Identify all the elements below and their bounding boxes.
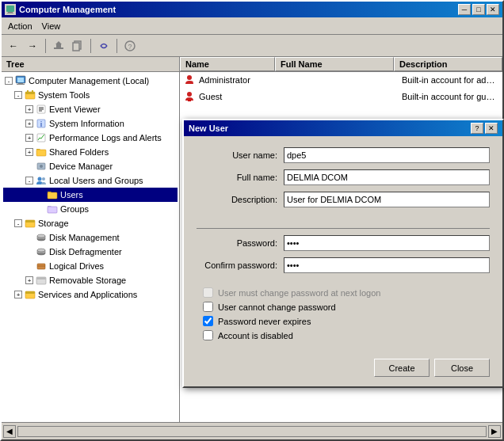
- col-description[interactable]: Description: [394, 57, 502, 71]
- dialog-close-button[interactable]: ✕: [485, 123, 498, 134]
- maximize-button[interactable]: □: [472, 4, 485, 15]
- expand-perf-logs[interactable]: +: [25, 134, 33, 142]
- expand-system-info[interactable]: +: [25, 120, 33, 127]
- tree-label-logical-drives: Logical Drives: [49, 261, 104, 271]
- minimize-button[interactable]: ─: [458, 4, 471, 15]
- window-title: Computer Management: [19, 5, 116, 14]
- expand-services-apps[interactable]: +: [14, 291, 22, 298]
- tree-item-logical-drives[interactable]: Logical Drives: [3, 259, 178, 273]
- dialog-close-action-button[interactable]: Close: [434, 359, 490, 377]
- list-row[interactable]: Administrator Built-in account for admin…: [180, 72, 502, 89]
- cannot-change-checkbox[interactable]: [203, 302, 213, 312]
- confirm-password-input[interactable]: [284, 257, 490, 273]
- scroll-right-button[interactable]: ▶: [488, 425, 501, 438]
- expand-storage[interactable]: -: [14, 219, 22, 227]
- dialog-title-buttons: ? ✕: [471, 123, 498, 134]
- svg-rect-0: [6, 6, 14, 12]
- tree-item-event-viewer[interactable]: + Event Viewer: [3, 102, 178, 116]
- expand-removable-storage[interactable]: +: [25, 276, 33, 284]
- expand-shared-folders[interactable]: +: [25, 148, 33, 156]
- tree-item-disk-management[interactable]: Disk Management: [3, 230, 178, 245]
- description-input[interactable]: [284, 192, 490, 207]
- up-button[interactable]: [50, 37, 67, 55]
- password-label: Password:: [197, 238, 284, 248]
- tree-item-perf-logs[interactable]: + Performance Logs and Alerts: [3, 131, 178, 145]
- tree-item-device-manager[interactable]: Device Manager: [3, 159, 178, 173]
- forward-button[interactable]: →: [24, 37, 41, 55]
- link-button[interactable]: [95, 37, 113, 55]
- svg-point-39: [37, 234, 45, 238]
- col-name[interactable]: Name: [180, 57, 275, 71]
- disk-defrag-icon: [35, 245, 48, 258]
- groups-icon: [46, 203, 59, 215]
- fullname-row: Full name:: [197, 169, 490, 185]
- tree-label-event-viewer: Event Viewer: [49, 105, 101, 114]
- fullname-input[interactable]: [284, 169, 490, 185]
- tree-label-system-tools: System Tools: [38, 90, 90, 100]
- svg-rect-31: [48, 192, 57, 199]
- menu-view[interactable]: View: [37, 20, 66, 32]
- svg-text:i: i: [40, 120, 43, 128]
- tree-item-services-apps[interactable]: + Services and Applications: [3, 287, 178, 302]
- tree-item-shared-folders[interactable]: + Shared Folders: [3, 145, 178, 159]
- scroll-bar[interactable]: [17, 426, 487, 437]
- expand-local-users[interactable]: -: [25, 177, 33, 184]
- tree-label-services-apps: Services and Applications: [38, 290, 137, 299]
- event-viewer-icon: [35, 103, 48, 116]
- shared-folders-icon: [35, 146, 48, 158]
- expand-system-tools[interactable]: -: [14, 91, 22, 99]
- svg-point-29: [38, 177, 42, 181]
- tree-item-system-info[interactable]: + i System Information: [3, 116, 178, 131]
- users-icon: [46, 188, 59, 201]
- storage-icon: [24, 217, 36, 230]
- svg-rect-3: [54, 48, 63, 49]
- account-disabled-row: Account is disabled: [197, 330, 490, 340]
- col-fullname[interactable]: Full Name: [275, 57, 394, 71]
- menu-action[interactable]: Action: [3, 20, 37, 32]
- tree-item-users[interactable]: Users: [3, 188, 178, 202]
- never-expires-row: Password never expires: [197, 316, 490, 326]
- toolbar: ← → ?: [2, 35, 502, 57]
- username-input[interactable]: [284, 147, 490, 163]
- tree-item-root[interactable]: - Computer Management (Local): [3, 74, 178, 88]
- app-icon: [5, 4, 16, 15]
- description-row: Description:: [197, 192, 490, 207]
- tree-item-system-tools[interactable]: - System Tools: [3, 88, 178, 102]
- svg-rect-12: [18, 83, 23, 84]
- help-button[interactable]: ?: [121, 37, 139, 55]
- expand-root[interactable]: -: [5, 77, 13, 85]
- svg-rect-15: [25, 92, 35, 94]
- password-input[interactable]: [284, 235, 490, 251]
- svg-rect-46: [36, 277, 46, 279]
- confirm-password-label: Confirm password:: [197, 260, 284, 270]
- tree-item-local-users[interactable]: - Local Users and Groups: [3, 173, 178, 188]
- expand-event-viewer[interactable]: +: [25, 105, 33, 113]
- device-manager-icon: [35, 160, 48, 173]
- cell-guest-desc: Built-in account for guest acce...: [402, 92, 499, 101]
- svg-marker-16: [27, 90, 29, 92]
- dialog-help-button[interactable]: ?: [471, 123, 483, 134]
- tree-item-removable-storage[interactable]: + Removable Storage: [3, 273, 178, 287]
- cannot-change-password-row: User cannot change password: [197, 302, 490, 312]
- toolbar-separator-2: [90, 39, 91, 53]
- account-disabled-checkbox[interactable]: [203, 330, 213, 340]
- tree-item-groups[interactable]: Groups: [3, 202, 178, 216]
- close-button[interactable]: ✕: [487, 4, 499, 15]
- confirm-password-row: Confirm password:: [197, 257, 490, 273]
- status-bar: ◀ ▶: [2, 422, 502, 439]
- cell-admin-name: Administrator: [199, 75, 283, 85]
- tree-item-disk-defrag[interactable]: Disk Defragmenter: [3, 245, 178, 259]
- svg-rect-33: [48, 207, 57, 213]
- scroll-left-button[interactable]: ◀: [3, 425, 16, 438]
- copy-button[interactable]: [69, 37, 86, 55]
- cell-admin-desc: Built-in account for administering: [402, 75, 499, 85]
- tree-label-users: Users: [60, 190, 83, 200]
- must-change-label: User must change password at next logon: [218, 288, 380, 298]
- never-expires-checkbox[interactable]: [203, 316, 213, 326]
- must-change-checkbox[interactable]: [203, 287, 213, 298]
- tree-item-storage[interactable]: - Storage: [3, 216, 178, 230]
- back-button[interactable]: ←: [5, 37, 22, 55]
- create-button[interactable]: Create: [374, 359, 430, 377]
- svg-marker-5: [55, 41, 62, 44]
- list-row[interactable]: Guest Built-in account for guest acce...: [180, 89, 502, 105]
